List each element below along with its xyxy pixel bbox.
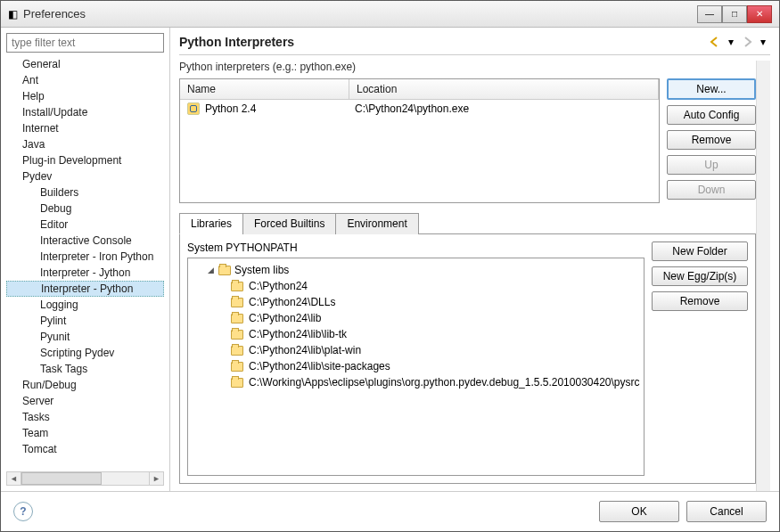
window-icon: ◧ xyxy=(8,8,18,20)
pythonpath-item[interactable]: C:\Python24 xyxy=(192,278,640,294)
tree-item[interactable]: Internet xyxy=(6,120,164,136)
page-title: Python Interpreters xyxy=(179,35,294,49)
filter-input[interactable] xyxy=(6,33,164,53)
titlebar: ◧ Preferences — □ ✕ xyxy=(1,1,779,28)
scroll-left-arrow[interactable]: ◄ xyxy=(7,472,21,485)
pythonpath-item[interactable]: C:\Python24\lib\lib-tk xyxy=(192,326,640,342)
path-label: C:\Python24\DLLs xyxy=(249,296,335,308)
tree-item[interactable]: Interpreter - Python xyxy=(6,281,164,297)
folder-icon xyxy=(231,314,243,323)
tree-item[interactable]: Tasks xyxy=(6,409,164,425)
tree-item[interactable]: Team xyxy=(6,425,164,441)
tab-environment[interactable]: Environment xyxy=(335,213,418,234)
tree-item[interactable]: Ant xyxy=(6,72,164,88)
pythonpath-item[interactable]: C:\Python24\DLLs xyxy=(192,294,640,310)
folder-icon xyxy=(231,362,243,372)
down-button[interactable]: Down xyxy=(667,180,756,200)
libraries-section: System PYTHONPATH ◢ System libs C:\Pytho… xyxy=(179,234,756,484)
ok-button[interactable]: OK xyxy=(599,501,679,522)
sidebar: GeneralAntHelpInstall/UpdateInternetJava… xyxy=(1,28,170,491)
tree-item[interactable]: Tomcat xyxy=(6,441,164,457)
tree-item[interactable]: Pydev xyxy=(6,168,164,184)
tree-item[interactable]: Interpreter - Iron Python xyxy=(6,249,164,265)
interpreters-table[interactable]: Name Location Python 2.4C:\Python24\pyth… xyxy=(179,78,660,203)
path-label: C:\Working\Apps\eclipse\plugins\org.pyth… xyxy=(249,376,640,389)
new-egg-button[interactable]: New Egg/Zip(s) xyxy=(652,266,748,286)
maximize-button[interactable]: □ xyxy=(722,5,747,23)
forward-menu-icon[interactable]: ▾ xyxy=(756,35,770,49)
folder-icon xyxy=(231,282,243,291)
back-menu-icon[interactable]: ▾ xyxy=(724,35,738,49)
folder-icon xyxy=(231,378,243,388)
remove-button[interactable]: Remove xyxy=(667,130,756,150)
tab-libraries[interactable]: Libraries xyxy=(179,213,243,234)
nav-history: ▾ ▾ xyxy=(708,35,770,49)
tree-item[interactable]: Builders xyxy=(6,184,164,201)
tree-item[interactable]: Plug-in Development xyxy=(6,152,164,168)
tree-item[interactable]: Interactive Console xyxy=(6,233,164,249)
tree-item[interactable]: Server xyxy=(6,393,164,409)
tree-item[interactable]: Pyunit xyxy=(6,329,164,345)
scroll-right-arrow[interactable]: ► xyxy=(149,472,163,485)
folder-icon xyxy=(231,346,243,356)
scroll-thumb[interactable] xyxy=(21,472,102,485)
back-icon[interactable] xyxy=(708,35,722,49)
interpreter-name: Python 2.4 xyxy=(205,102,256,115)
column-name[interactable]: Name xyxy=(180,79,349,99)
tree-item[interactable]: Pylint xyxy=(6,313,164,329)
path-label: C:\Python24 xyxy=(249,280,308,292)
pythonpath-item[interactable]: C:\Python24\lib\plat-win xyxy=(192,342,640,358)
path-label: C:\Python24\lib\plat-win xyxy=(249,344,361,356)
tree-item[interactable]: Java xyxy=(6,136,164,152)
cancel-button[interactable]: Cancel xyxy=(686,501,767,522)
folder-icon xyxy=(218,266,231,275)
tree-item[interactable]: General xyxy=(6,56,164,72)
path-label: C:\Python24\lib\site-packages xyxy=(249,360,390,372)
collapse-icon[interactable]: ◢ xyxy=(206,266,215,274)
new-button[interactable]: New... xyxy=(667,78,756,100)
system-libs-root[interactable]: ◢ System libs xyxy=(192,262,640,278)
tree-item[interactable]: Help xyxy=(6,88,164,104)
auto-config-button[interactable]: Auto Config xyxy=(667,105,756,125)
tree-item[interactable]: Interpreter - Jython xyxy=(6,265,164,281)
table-row[interactable]: Python 2.4C:\Python24\python.exe xyxy=(180,100,659,118)
column-location[interactable]: Location xyxy=(349,79,659,99)
page-subtitle: Python interpreters (e.g.: python.exe) xyxy=(179,61,756,73)
pythonpath-heading: System PYTHONPATH xyxy=(187,241,645,254)
minimize-button[interactable]: — xyxy=(697,5,722,23)
help-icon[interactable]: ? xyxy=(13,502,33,521)
tree-horizontal-scrollbar[interactable]: ◄ ► xyxy=(6,471,164,486)
close-button[interactable]: ✕ xyxy=(747,5,772,23)
tree-item[interactable]: Task Tags xyxy=(6,361,164,377)
tree-item[interactable]: Scripting Pydev xyxy=(6,345,164,361)
tree-item[interactable]: Debug xyxy=(6,201,164,217)
tab-forced-builtins[interactable]: Forced Builtins xyxy=(242,213,336,234)
main-panel: Python Interpreters ▾ ▾ Python interpret… xyxy=(170,28,779,491)
folder-icon xyxy=(231,330,243,340)
tree-item[interactable]: Editor xyxy=(6,217,164,233)
tabs: Libraries Forced Builtins Environment xyxy=(179,212,756,234)
body: GeneralAntHelpInstall/UpdateInternetJava… xyxy=(1,28,779,491)
path-label: C:\Python24\lib xyxy=(249,312,321,324)
interpreter-location: C:\Python24\python.exe xyxy=(355,102,652,115)
lib-remove-button[interactable]: Remove xyxy=(652,291,748,311)
pythonpath-item[interactable]: C:\Python24\lib\site-packages xyxy=(192,358,640,374)
window-controls: — □ ✕ xyxy=(697,5,772,23)
pythonpath-tree[interactable]: ◢ System libs C:\Python24C:\Python24\DLL… xyxy=(187,258,645,476)
pythonpath-item[interactable]: C:\Working\Apps\eclipse\plugins\org.pyth… xyxy=(192,374,640,390)
python-icon xyxy=(187,102,200,115)
new-folder-button[interactable]: New Folder xyxy=(652,241,748,261)
preferences-window: ◧ Preferences — □ ✕ GeneralAntHelpInstal… xyxy=(0,0,780,532)
tree-item[interactable]: Run/Debug xyxy=(6,377,164,393)
footer: ? OK Cancel xyxy=(1,491,779,531)
system-libs-label: System libs xyxy=(234,264,289,276)
folder-icon xyxy=(231,298,243,307)
tree-item[interactable]: Logging xyxy=(6,297,164,313)
forward-icon[interactable] xyxy=(740,35,754,49)
up-button[interactable]: Up xyxy=(667,155,756,175)
pythonpath-item[interactable]: C:\Python24\lib xyxy=(192,310,640,326)
window-title: Preferences xyxy=(23,7,86,20)
main-vertical-scrollbar[interactable] xyxy=(756,61,770,491)
tree-item[interactable]: Install/Update xyxy=(6,104,164,120)
preferences-tree[interactable]: GeneralAntHelpInstall/UpdateInternetJava… xyxy=(6,56,164,468)
